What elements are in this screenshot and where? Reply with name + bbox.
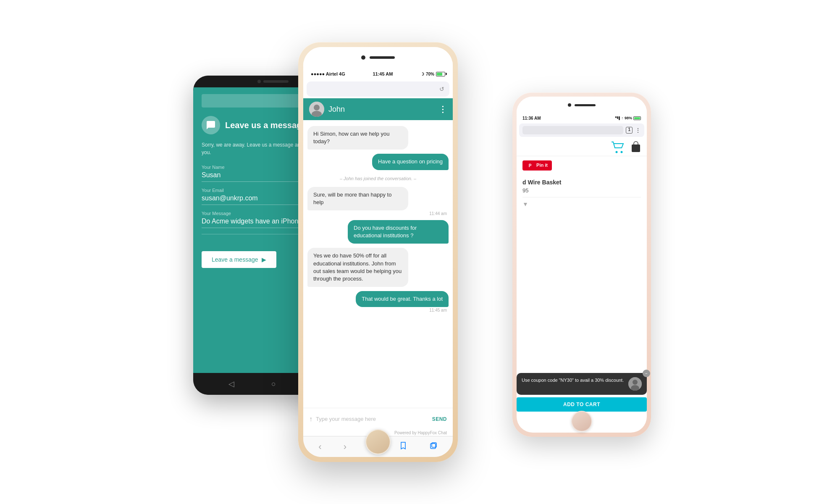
status-time: 11:45 AM [373, 71, 393, 76]
bag-icon[interactable] [630, 140, 642, 154]
iphone-right: 11:36 AM ↑ 98% [512, 92, 651, 437]
add-to-cart-button[interactable]: ADD TO CART [517, 397, 647, 412]
tabs-svg-icon [429, 441, 438, 450]
chat-messages-area: Hi Simon, how can we help you today? Hav… [303, 120, 453, 408]
agent-avatar [309, 102, 324, 117]
svg-point-6 [621, 151, 623, 153]
message-row-6: That would be great. Thanks a lot [307, 291, 449, 307]
tab-count-badge[interactable]: 1 [626, 127, 633, 134]
android-back-button[interactable]: ◁ [228, 379, 234, 388]
message-time-2: 11:45 am [307, 308, 449, 312]
status-right-icons: ☽ 70% [420, 72, 445, 76]
leave-message-button[interactable]: Leave a message ▶ [202, 251, 276, 268]
agent-message-1: Hi Simon, how can we help you today? [307, 126, 408, 150]
price-value: 95 [522, 187, 528, 194]
iphone-speaker [370, 56, 395, 59]
right-speaker [575, 104, 596, 106]
leave-message-label: Leave a message [212, 256, 258, 263]
chat-popup: − Use coupon code "NY30" to avail a 30% … [517, 373, 647, 395]
chat-bubble-icon [202, 116, 220, 134]
bookmarks-svg-icon [399, 441, 407, 450]
popup-close-button[interactable]: − [643, 370, 647, 377]
reload-icon[interactable]: ↺ [439, 86, 444, 92]
arrow-icon: ▶ [262, 256, 266, 263]
browser-tabs-button[interactable] [429, 441, 438, 452]
iphone-center-home-button[interactable] [365, 429, 391, 454]
chat-input-area: ↑ Type your message here SEND [303, 408, 453, 430]
ios-status-bar: ●●●●● Airtel 4G 11:45 AM ☽ 70% [303, 68, 453, 80]
right-battery-icon [633, 116, 641, 120]
message-group-3: Sure, will be more than happy to help 11… [307, 187, 449, 216]
product-price: 95 [522, 187, 641, 194]
system-message-1: – John has joined the conversation. – [307, 176, 449, 181]
android-camera-icon [257, 80, 261, 83]
message-row-1: Hi Simon, how can we help you today? [307, 126, 449, 150]
iphone-right-shell: 11:36 AM ↑ 98% [512, 92, 651, 437]
carrier-info: ●●●●● Airtel 4G [311, 71, 345, 76]
iphone-right-home-button[interactable] [571, 411, 592, 432]
user-message-2: Do you have discounts for educational in… [348, 220, 449, 244]
battery-icon [436, 72, 445, 76]
chat-more-icon[interactable]: ⋮ [438, 104, 447, 114]
right-app-header [517, 138, 647, 156]
message-row-3: Sure, will be more than happy to help [307, 187, 449, 210]
popup-agent-avatar [628, 377, 642, 391]
message-row-4: Do you have discounts for educational in… [307, 220, 449, 244]
svg-point-5 [616, 151, 618, 153]
browser-back-button[interactable]: ‹ [318, 441, 321, 452]
message-input[interactable]: Type your message here [316, 416, 429, 422]
right-browser-bar[interactable]: 1 ⋮ [519, 123, 644, 137]
pin-it-text: Pin it [536, 163, 548, 168]
message-row-5: Yes we do have 50% off for all education… [307, 248, 449, 287]
user-message-3: That would be great. Thanks a lot [356, 291, 449, 307]
browser-forward-button[interactable]: › [344, 441, 346, 452]
cart-icon[interactable] [611, 140, 626, 154]
leave-message-title: Leave us a message! [225, 121, 309, 130]
user-message-1: Have a question on pricing [372, 154, 449, 170]
pin-it-badge[interactable]: P Pin it [522, 160, 552, 171]
pinterest-icon: P [527, 162, 533, 169]
svg-point-1 [314, 105, 320, 110]
right-camera-icon [568, 103, 571, 107]
chat-svg-icon [206, 120, 216, 130]
expand-icon[interactable]: ▼ [522, 201, 528, 207]
browser-bookmarks-button[interactable] [399, 441, 407, 452]
front-camera-icon [361, 55, 365, 60]
iphone-center: ●●●●● Airtel 4G 11:45 AM ☽ 70% ↺ [298, 42, 458, 462]
right-status-time: 11:36 AM [522, 116, 541, 121]
wifi-icon [615, 116, 620, 120]
battery-fill [437, 73, 442, 76]
send-button[interactable]: SEND [432, 416, 447, 422]
right-status-bar: 11:36 AM ↑ 98% [517, 113, 647, 123]
agent-name: John [328, 105, 434, 114]
agent-message-3: Yes we do have 50% off for all education… [307, 248, 408, 287]
moon-icon: ☽ [420, 72, 424, 76]
iphone-top-notch [303, 47, 453, 68]
right-battery-percent: 98% [625, 116, 632, 120]
android-speaker [263, 80, 289, 83]
right-browser-more-icon[interactable]: ⋮ [635, 127, 641, 134]
iphone-right-top [517, 97, 647, 113]
upload-icon[interactable]: ↑ [309, 415, 312, 423]
arrow-up-icon: ↑ [621, 116, 623, 120]
phones-container: Leave us a message! Sorry, we are away. … [168, 42, 672, 462]
browser-address-bar[interactable]: ↺ [307, 81, 449, 97]
product-name: d Wire Basket [522, 179, 641, 186]
chat-header: John ⋮ [303, 98, 453, 120]
android-home-button[interactable]: ○ [271, 380, 276, 388]
right-address-bar[interactable] [522, 126, 623, 134]
svg-point-11 [633, 380, 638, 385]
iphone-center-inner: ●●●●● Airtel 4G 11:45 AM ☽ 70% ↺ [303, 47, 453, 457]
svg-rect-3 [430, 444, 436, 449]
battery-percent: 70% [426, 72, 434, 76]
svg-text:P: P [529, 163, 532, 168]
avatar-svg [309, 102, 324, 117]
right-battery-fill [634, 117, 640, 119]
popup-text: Use coupon code "NY30" to avail a 30% di… [522, 377, 625, 383]
popup-avatar-svg [628, 377, 642, 391]
agent-message-2: Sure, will be more than happy to help [307, 187, 408, 210]
message-group-6: That would be great. Thanks a lot 11:45 … [307, 291, 449, 312]
right-status-icons: ↑ 98% [615, 116, 641, 120]
svg-rect-7 [632, 144, 640, 152]
message-row-2: Have a question on pricing [307, 154, 449, 170]
